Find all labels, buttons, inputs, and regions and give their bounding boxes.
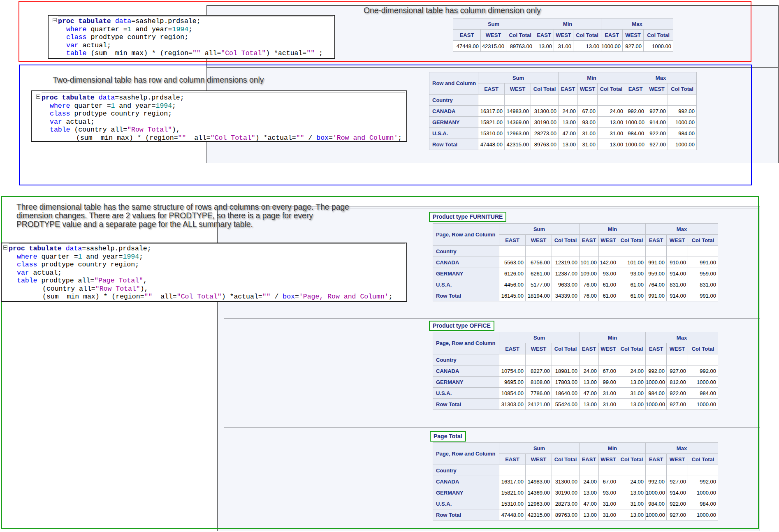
section-note-three-dim: Three dimensional table has the same str… <box>16 203 349 229</box>
code-line: proc tabulate data=sashelp.prdsale; <box>42 94 406 102</box>
code-line: where quarter =1 and year=1994; <box>42 102 406 110</box>
code-line: (country all="Row Total"), <box>9 285 406 293</box>
code-editor-one-dim[interactable]: proc tabulate data=sashelp.prdsale;where… <box>48 15 335 59</box>
code-line: table (sum min max) * (region="" all="Co… <box>58 49 334 58</box>
collapse-section-icon[interactable] <box>53 18 57 22</box>
page-canvas: One-dimensional table has column dimensi… <box>0 0 779 532</box>
code-line: class prodtype country region; <box>42 110 406 118</box>
code-line: class prodtype country region; <box>58 33 334 42</box>
code-line: var actual; <box>58 42 334 50</box>
code-line: class prodtype country region; <box>9 261 406 269</box>
code-line: var actual; <box>9 269 406 277</box>
code-line: proc tabulate data=sashelp.prdsale; <box>9 245 406 253</box>
section-title-two-dim: Two-dimensional table has row and column… <box>53 76 264 84</box>
note-line: Three dimensional table has the same str… <box>16 203 349 211</box>
collapse-section-icon[interactable] <box>36 95 40 99</box>
code-line: table (country all="Row Total"), <box>42 126 406 134</box>
code-line: (sum min max) * (region="" all="Col Tota… <box>42 134 406 142</box>
code-line: table prodtype all="Page Total", <box>9 277 406 285</box>
code-line: proc tabulate data=sashelp.prdsale; <box>58 17 334 25</box>
collapse-section-icon[interactable] <box>3 245 7 250</box>
editor-section-rule <box>9 243 405 244</box>
note-line: dimension changes. There are 2 values fo… <box>16 211 349 220</box>
code-text[interactable]: proc tabulate data=sashelp.prdsale;where… <box>58 17 334 58</box>
code-line: (sum min max) * (region="" all="Col Tota… <box>9 293 406 301</box>
note-line: PRODTYPE value and a separate page for t… <box>16 220 349 229</box>
code-line: where quarter =1 and year=1994; <box>58 25 334 34</box>
code-line: where quarter =1 and year=1994; <box>9 253 406 261</box>
editor-section-rule <box>42 93 405 93</box>
code-line: var actual; <box>42 118 406 126</box>
code-editor-three-dim[interactable]: proc tabulate data=sashelp.prdsale;where… <box>1 243 407 302</box>
editor-section-rule <box>58 16 333 16</box>
code-text[interactable]: proc tabulate data=sashelp.prdsale;where… <box>42 94 406 142</box>
code-text[interactable]: proc tabulate data=sashelp.prdsale;where… <box>9 245 406 301</box>
code-editor-two-dim[interactable]: proc tabulate data=sashelp.prdsale;where… <box>31 90 407 142</box>
